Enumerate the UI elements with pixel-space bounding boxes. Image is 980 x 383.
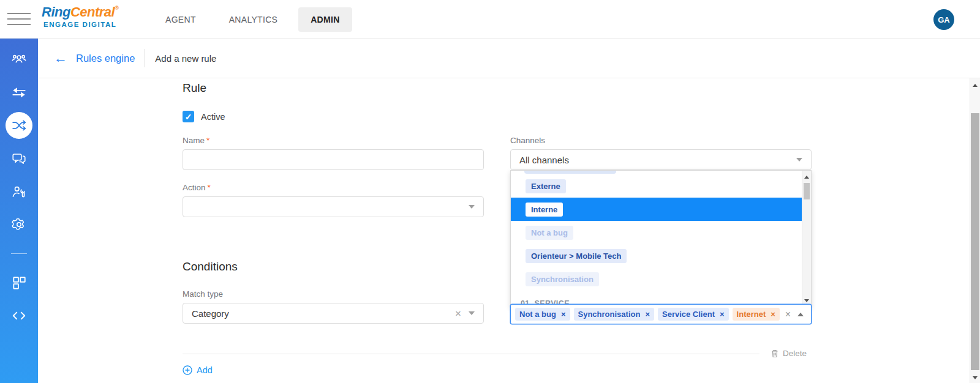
clear-all-icon[interactable]: × — [785, 310, 791, 319]
dropdown-option[interactable]: Orienteur > Mobile Tech — [511, 244, 802, 267]
add-label: Add — [197, 365, 213, 375]
conditions-section-title: Conditions — [183, 260, 238, 273]
chevron-down-icon — [469, 205, 475, 209]
page-scrollbar[interactable] — [970, 78, 980, 383]
remove-tag-icon[interactable]: × — [561, 310, 566, 319]
clipped-option-tag — [524, 171, 616, 174]
ringcentral-logo: RingCentral® ENGAGE DIGITAL — [42, 6, 118, 29]
logo-registered-mark: ® — [115, 5, 118, 11]
hamburger-menu-icon[interactable] — [7, 13, 31, 26]
chevron-down-icon — [469, 311, 475, 315]
category-dropdown-panel: Externe Interne Not a bug Orienteur > Mo… — [510, 170, 812, 307]
active-checkbox-label[interactable]: Active — [201, 112, 225, 122]
scroll-down-arrow-icon[interactable] — [973, 376, 978, 379]
apps-grid-icon[interactable] — [11, 275, 27, 291]
page-title: Add a new rule — [155, 53, 216, 64]
category-option-tag: Interne — [526, 203, 563, 217]
clear-icon[interactable]: × — [455, 308, 461, 319]
name-input[interactable] — [183, 149, 484, 170]
selected-tags: Not a bug × Synchronisation × Service Cl… — [515, 308, 783, 321]
circle-plus-icon — [183, 365, 192, 375]
top-nav-tab-admin[interactable]: ADMIN — [298, 7, 352, 32]
required-mark: * — [208, 183, 211, 192]
sidebar-divider — [11, 253, 27, 254]
chevron-down-icon — [796, 158, 802, 162]
selected-category-tag: Internet × — [733, 308, 780, 321]
dropdown-option-list: Externe Interne Not a bug Orienteur > Mo… — [511, 174, 802, 307]
dropdown-option[interactable]: Synchronisation — [511, 267, 802, 291]
category-option-tag: Synchronisation — [526, 272, 599, 286]
category-option-tag: Externe — [526, 179, 566, 193]
remove-tag-icon[interactable]: × — [771, 310, 775, 319]
category-option-tag: Not a bug — [526, 226, 573, 240]
category-option-tag: Orienteur > Mobile Tech — [526, 249, 627, 263]
name-field-label: Name* — [183, 136, 209, 145]
logo-subtitle: ENGAGE DIGITAL — [42, 21, 118, 29]
remove-tag-icon[interactable]: × — [720, 310, 725, 319]
remove-tag-icon[interactable]: × — [645, 310, 650, 319]
checkmark-icon: ✓ — [185, 112, 192, 122]
channels-select-value: All channels — [519, 155, 796, 165]
scrollbar-thumb[interactable] — [971, 113, 979, 370]
tag-label: Internet — [737, 310, 766, 319]
breadcrumb-rules-engine-link[interactable]: Rules engine — [76, 53, 135, 64]
dropdown-option[interactable]: Externe — [511, 174, 802, 198]
avatar[interactable]: GA — [933, 9, 954, 30]
code-icon[interactable] — [11, 308, 27, 324]
active-checkbox[interactable]: ✓ — [183, 111, 194, 122]
selected-category-tag: Not a bug × — [515, 308, 570, 321]
match-type-select-value: Category — [192, 308, 455, 319]
top-nav-tabs: AGENTANALYTICSADMIN — [153, 7, 352, 32]
delete-label: Delete — [783, 349, 807, 358]
required-mark: * — [206, 136, 209, 145]
tag-label: Not a bug — [519, 310, 556, 319]
delete-condition-button[interactable]: Delete — [771, 349, 807, 358]
action-field-label: Action* — [183, 183, 211, 192]
settings-gear-icon[interactable] — [11, 217, 27, 232]
tag-label: Synchronisation — [578, 310, 641, 319]
app-header: RingCentral® ENGAGE DIGITAL AGENTANALYTI… — [0, 0, 980, 39]
sidebar — [0, 39, 38, 383]
rule-section-title: Rule — [183, 81, 206, 95]
scroll-up-arrow-icon[interactable] — [973, 84, 978, 87]
trash-icon — [771, 349, 779, 358]
selected-category-tag: Service Client × — [658, 308, 729, 321]
dropdown-option[interactable]: Not a bug — [511, 221, 802, 244]
dropdown-scrollbar[interactable] — [802, 171, 811, 307]
breadcrumb: ← Rules engine Add a new rule — [38, 39, 980, 78]
tag-label: Service Client — [662, 310, 715, 319]
category-multiselect-input[interactable]: Not a bug × Synchronisation × Service Cl… — [510, 304, 812, 324]
logo-central: Central — [70, 4, 115, 20]
breadcrumb-divider — [145, 49, 145, 67]
channels-select[interactable]: All channels — [510, 149, 812, 170]
routing-icon[interactable] — [11, 84, 27, 100]
logo-ring: Ring — [42, 4, 70, 20]
scroll-down-arrow-icon[interactable] — [804, 299, 809, 302]
selected-category-tag: Synchronisation × — [574, 308, 654, 321]
scroll-up-arrow-icon[interactable] — [804, 176, 809, 179]
condition-divider — [183, 354, 760, 354]
action-select[interactable] — [183, 196, 484, 217]
top-nav-tab-analytics[interactable]: ANALYTICS — [217, 7, 290, 32]
scrollbar-thumb[interactable] — [804, 183, 810, 199]
match-type-label: Match type — [183, 289, 223, 299]
add-condition-button[interactable]: Add — [183, 365, 213, 375]
top-nav-tab-agent[interactable]: AGENT — [153, 7, 208, 32]
back-arrow-icon[interactable]: ← — [54, 51, 67, 65]
channels-field-label: Channels — [510, 136, 545, 145]
rules-engine-icon[interactable] — [6, 112, 32, 139]
chevron-up-icon[interactable] — [797, 313, 804, 316]
agent-tools-icon[interactable] — [11, 184, 27, 199]
channels-chat-icon[interactable] — [11, 151, 27, 166]
match-type-select[interactable]: Category × — [183, 303, 484, 324]
community-icon[interactable] — [11, 51, 27, 67]
dropdown-option[interactable]: Interne — [511, 198, 802, 221]
